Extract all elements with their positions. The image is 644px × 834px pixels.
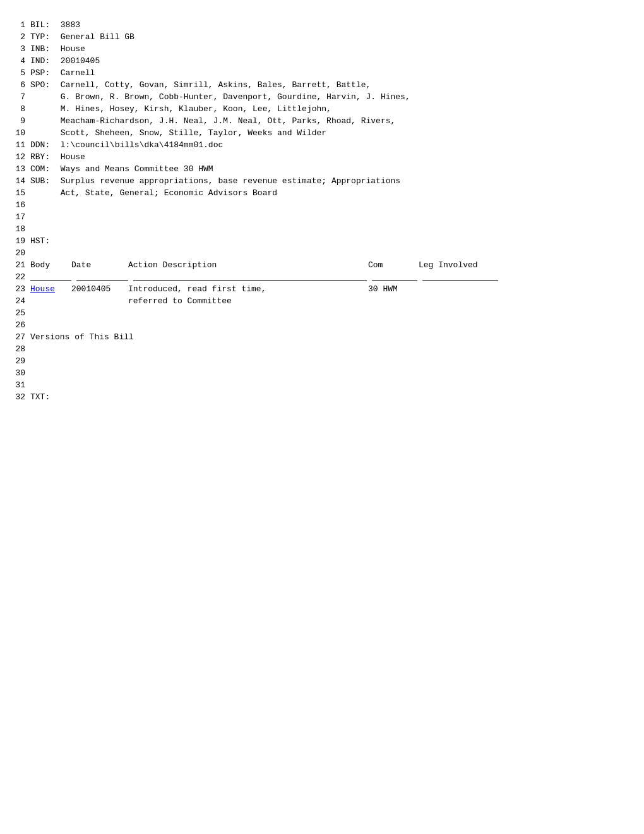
table-body-cell: House — [30, 283, 71, 295]
line-num-26: 26 — [13, 319, 30, 331]
label-hst: HST: — [30, 235, 56, 247]
document-content: 1 BIL: 3883 2 TYP: General Bill GB 3 INB… — [0, 13, 644, 409]
line-content-5: PSP: Carnell — [30, 67, 631, 79]
versions-label: Versions of This Bill — [30, 332, 134, 342]
line-content-2: TYP: General Bill GB — [30, 31, 631, 43]
line-num-14: 14 — [13, 175, 30, 187]
col-header-leg: Leg Involved — [419, 259, 513, 271]
col-header-action: Action Description — [128, 259, 368, 271]
line-4: 4 IND: 20010405 — [13, 55, 631, 67]
line-num-31: 31 — [13, 379, 30, 391]
line-num-17: 17 — [13, 211, 30, 223]
label-bil: BIL: — [30, 19, 56, 31]
line-7: 7 G. Brown, R. Brown, Cobb-Hunter, Daven… — [13, 91, 631, 103]
line-num-8: 8 — [13, 103, 30, 115]
line-num-32: 32 — [13, 391, 30, 403]
spo-value-2: G. Brown, R. Brown, Cobb-Hunter, Davenpo… — [61, 92, 410, 102]
line-num-28: 28 — [13, 343, 30, 355]
table-action-cell-1: Introduced, read first time, — [128, 283, 368, 295]
table-header-row: Body Date Action Description Com Leg Inv… — [30, 259, 631, 271]
label-ind: IND: — [30, 55, 56, 67]
line-num-24: 24 — [13, 295, 30, 307]
line-content-3: INB: House — [30, 43, 631, 55]
sub-value-1: Surplus revenue appropriations, base rev… — [61, 176, 400, 186]
line-12: 12 RBY: House — [13, 151, 631, 163]
table-body-cont — [30, 295, 71, 307]
spo-value-4: Meacham-Richardson, J.H. Neal, J.M. Neal… — [61, 116, 396, 126]
line-8: 8 M. Hines, Hosey, Kirsh, Klauber, Koon,… — [13, 103, 631, 115]
line-num-12: 12 — [13, 151, 30, 163]
line-content-28 — [30, 343, 631, 355]
line-content-19: HST: — [30, 235, 631, 247]
typ-value: General Bill GB — [61, 32, 134, 42]
line-11: 11 DDN: l:\council\bills\dka\4184mm01.do… — [13, 139, 631, 151]
line-19: 19 HST: — [13, 235, 631, 247]
line-num-9: 9 — [13, 115, 30, 127]
line-num-29: 29 — [13, 355, 30, 367]
line-num-16: 16 — [13, 199, 30, 211]
line-content-16 — [30, 199, 631, 211]
table-action-cell-2: referred to Committee — [128, 295, 368, 307]
line-content-25 — [30, 307, 631, 319]
line-content-12: RBY: House — [30, 151, 631, 163]
line-num-27: 27 — [13, 331, 30, 343]
line-6: 6 SPO: Carnell, Cotty, Govan, Simrill, A… — [13, 79, 631, 91]
line-16: 16 — [13, 199, 631, 211]
line-20: 20 — [13, 247, 631, 259]
line-num-10: 10 — [13, 127, 30, 139]
line-num-19: 19 — [13, 235, 30, 247]
line-5: 5 PSP: Carnell — [13, 67, 631, 79]
table-data-row: House 20010405 Introduced, read first ti… — [30, 283, 631, 295]
col-header-date: Date — [71, 259, 128, 271]
line-content-11: DDN: l:\council\bills\dka\4184mm01.doc — [30, 139, 631, 151]
line-divider-row — [30, 271, 631, 283]
line-31: 31 — [13, 379, 631, 391]
bil-value: 3883 — [61, 20, 80, 30]
line-21: 21 Body Date Action Description Com Leg … — [13, 259, 631, 271]
line-num-2: 2 — [13, 31, 30, 43]
line-3: 3 INB: House — [13, 43, 631, 55]
line-num-4: 4 — [13, 55, 30, 67]
line-14: 14 SUB: Surplus revenue appropriations, … — [13, 175, 631, 187]
line-content-15: Act, State, General; Economic Advisors B… — [30, 187, 631, 199]
line-num-5: 5 — [13, 67, 30, 79]
line-26: 26 — [13, 319, 631, 331]
line-num-20: 20 — [13, 247, 30, 259]
rby-value: House — [61, 152, 85, 162]
line-2: 2 TYP: General Bill GB — [13, 31, 631, 43]
line-content-10: Scott, Sheheen, Snow, Stille, Taylor, We… — [30, 127, 631, 139]
line-num-6: 6 — [13, 79, 30, 91]
com-value: Ways and Means Committee 30 HWM — [61, 164, 213, 174]
line-1: 1 BIL: 3883 — [13, 19, 631, 31]
label-typ: TYP: — [30, 31, 56, 43]
line-num-7: 7 — [13, 91, 30, 103]
house-link[interactable]: House — [30, 284, 55, 294]
ind-value: 20010405 — [61, 56, 100, 66]
label-spo: SPO: — [30, 79, 56, 91]
sub-value-2: Act, State, General; Economic Advisors B… — [61, 188, 277, 198]
table-com-cell: 30 HWM — [368, 283, 419, 295]
line-num-25: 25 — [13, 307, 30, 319]
line-28: 28 — [13, 343, 631, 355]
line-content-30 — [30, 367, 631, 379]
table-data-row-cont: referred to Committee — [30, 295, 631, 307]
line-num-3: 3 — [13, 43, 30, 55]
line-25: 25 — [13, 307, 631, 319]
label-rby: RBY: — [30, 151, 56, 163]
psp-value: Carnell — [61, 68, 95, 78]
line-content-29 — [30, 355, 631, 367]
line-num-21: 21 — [13, 259, 30, 271]
spo-value-3: M. Hines, Hosey, Kirsh, Klauber, Koon, L… — [61, 104, 331, 114]
label-com: COM: — [30, 163, 56, 175]
line-32: 32 TXT: — [13, 391, 631, 403]
inb-value: House — [61, 44, 85, 54]
ddn-value: l:\council\bills\dka\4184mm01.doc — [61, 140, 223, 150]
line-10: 10 Scott, Sheheen, Snow, Stille, Taylor,… — [13, 127, 631, 139]
line-num-13: 13 — [13, 163, 30, 175]
line-num-11: 11 — [13, 139, 30, 151]
line-num-23: 23 — [13, 283, 30, 295]
line-content-17 — [30, 211, 631, 223]
line-17: 17 — [13, 211, 631, 223]
line-29: 29 — [13, 355, 631, 367]
col-header-com: Com — [368, 259, 419, 271]
